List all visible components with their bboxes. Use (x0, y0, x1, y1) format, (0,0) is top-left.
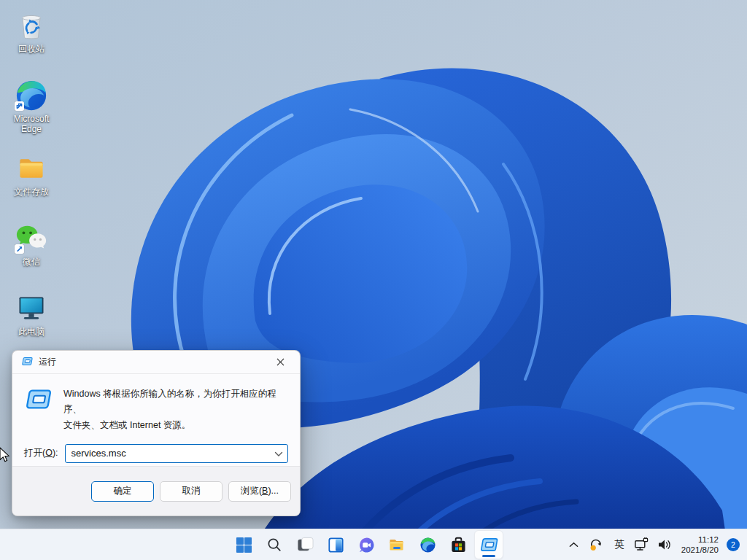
open-label: 打开(O): (24, 447, 58, 459)
run-app-button-active[interactable] (474, 530, 503, 559)
recycle-bin-icon (15, 9, 48, 42)
description-line-2: 文件夹、文档或 Internet 资源。 (63, 418, 287, 433)
search-icon (266, 537, 282, 553)
ime-indicator[interactable]: 英 (611, 537, 627, 553)
run-command-input[interactable] (71, 448, 274, 459)
edge-icon (419, 537, 436, 553)
active-app-indicator (482, 555, 495, 557)
desktop-icon-label: 此电脑 (18, 327, 44, 338)
desktop-icon-microsoft-edge[interactable]: Microsoft Edge (3, 76, 60, 149)
desktop-icon-this-pc[interactable]: 此电脑 (3, 289, 60, 359)
search-button[interactable] (260, 530, 289, 559)
chat-icon (358, 537, 375, 553)
ok-button[interactable]: 确定 (91, 481, 154, 502)
wechat-icon (15, 222, 48, 255)
chat-button[interactable] (352, 530, 381, 559)
widgets-icon (328, 537, 344, 553)
shortcut-arrow-icon (15, 101, 24, 111)
run-dialog: 运行 Windows 将根据你所输入的名称，为你打开相应的程序、 文件夹、文档或… (12, 350, 301, 516)
windows-logo-icon (236, 537, 252, 553)
chevron-down-icon[interactable] (274, 447, 283, 460)
cancel-button[interactable]: 取消 (160, 481, 222, 502)
volume-icon[interactable] (657, 537, 673, 553)
clock-date: 2021/8/20 (681, 545, 719, 555)
file-explorer-button[interactable] (382, 530, 411, 559)
sync-update-icon[interactable] (589, 537, 605, 553)
run-window-icon-large (24, 389, 52, 433)
taskbar-app-icons (229, 530, 503, 559)
run-command-combobox[interactable] (65, 444, 288, 463)
desktop-icon-column: 回收站 Microsoft Edg (3, 6, 60, 359)
chevron-up-icon[interactable] (566, 537, 582, 553)
shortcut-arrow-icon (15, 244, 24, 254)
close-icon[interactable] (269, 354, 291, 371)
store-bag-icon (450, 537, 467, 553)
widgets-button[interactable] (321, 530, 350, 559)
desktop-icon-label: 回收站 (18, 44, 44, 55)
taskbar: 英 11:12 2021/8/20 2 (0, 529, 747, 560)
system-tray: 英 11:12 2021/8/20 2 (566, 529, 740, 560)
run-dialog-footer: 确定 取消 浏览(B)... (12, 466, 300, 516)
desktop-icon-file-folder[interactable]: 文件存放 (3, 149, 60, 219)
desktop-icon-label: 微信 (23, 257, 40, 268)
store-button[interactable] (444, 530, 473, 559)
desktop-icon-recycle-bin[interactable]: 回收站 (3, 6, 60, 76)
taskbar-clock[interactable]: 11:12 2021/8/20 (681, 534, 719, 556)
desktop-icon-label: 文件存放 (14, 187, 49, 198)
monitor-icon (15, 292, 48, 325)
description-line-1: Windows 将根据你所输入的名称，为你打开相应的程序、 (63, 386, 287, 418)
run-dialog-description: Windows 将根据你所输入的名称，为你打开相应的程序、 文件夹、文档或 In… (63, 386, 287, 433)
task-view-icon (297, 537, 314, 553)
start-button[interactable] (229, 530, 258, 559)
edge-button[interactable] (413, 530, 442, 559)
browse-button[interactable]: 浏览(B)... (228, 481, 291, 502)
edge-icon (15, 79, 48, 112)
desktop: 回收站 Microsoft Edg (0, 0, 747, 560)
run-dialog-body: Windows 将根据你所输入的名称，为你打开相应的程序、 文件夹、文档或 In… (12, 374, 300, 438)
folder-icon (15, 152, 48, 185)
clock-time: 11:12 (681, 534, 719, 545)
folder-icon (388, 536, 406, 553)
run-dialog-title: 运行 (39, 356, 56, 368)
run-window-icon (479, 537, 498, 552)
run-dialog-titlebar[interactable]: 运行 (12, 351, 300, 374)
task-view-button[interactable] (290, 530, 320, 559)
notification-badge[interactable]: 2 (727, 538, 740, 551)
run-window-icon (21, 356, 33, 369)
desktop-icon-wechat[interactable]: 微信 (3, 219, 60, 289)
desktop-icon-label: Microsoft Edge (4, 114, 59, 135)
run-dialog-input-row: 打开(O): (12, 438, 300, 463)
network-icon[interactable] (634, 537, 650, 553)
